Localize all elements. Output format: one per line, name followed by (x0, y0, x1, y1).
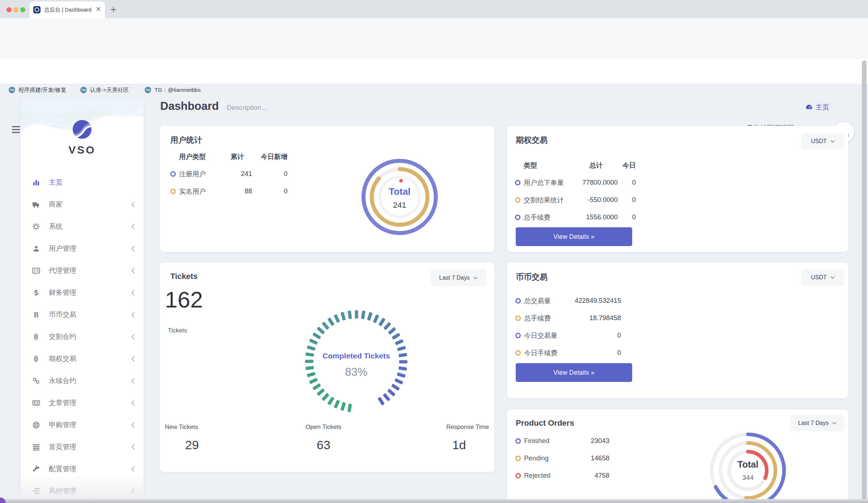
sidebar-item-home[interactable]: 主页 (21, 171, 144, 193)
chevron-left-icon (131, 245, 135, 252)
spot-table: 总交易量 422849.532415 总手续费 18.798458 今日交易量 … (515, 292, 621, 361)
sidebar-item-users[interactable]: 用户管理 (21, 237, 144, 259)
chevron-down-icon (832, 422, 837, 425)
svg-text:B: B (34, 310, 38, 318)
table-row: Pending 14658 (515, 450, 609, 467)
life-ring-icon (32, 421, 41, 429)
legend-ring-gold (515, 350, 521, 356)
card-title: 期权交易 (516, 135, 548, 146)
chevron-left-icon (131, 444, 135, 450)
chevron-left-icon (131, 289, 135, 296)
svg-text:Total: Total (737, 459, 758, 469)
date-range-select[interactable]: Last 7 Days (790, 415, 844, 431)
sidebar-menu: 主页 商家 系统 用户管理 代理管理 (21, 171, 144, 502)
sidebar-toggle-icon[interactable] (12, 126, 20, 133)
chevron-down-icon (830, 140, 835, 143)
newspaper-icon (32, 399, 41, 407)
macos-zoom-button[interactable] (20, 7, 25, 12)
card-title: 用户统计 (170, 135, 202, 146)
table-row: Finished 23043 (515, 432, 609, 450)
sidebar-item-subscription[interactable]: 申购管理 (21, 414, 144, 436)
table-row: 交割结果统计 -550.0000 0 (515, 191, 636, 208)
sidebar-item-options-trading[interactable]: B 期权交易 (21, 348, 144, 370)
sidebar-item-spot-trading[interactable]: B 币币交易 (21, 304, 144, 326)
page-subtitle: Description... (227, 104, 267, 112)
chevron-down-icon (830, 276, 835, 279)
tickets-count: 162 (165, 287, 203, 313)
table-row: 注册用户 241 0 (170, 165, 288, 182)
sidebar-item-perpetual-contract[interactable]: 永续合约 (21, 370, 144, 392)
sidebar-item-delivery-contract[interactable]: B 交割合约 (21, 326, 144, 348)
macos-close-button[interactable] (7, 7, 12, 12)
table-row: 实名用户 88 0 (170, 182, 288, 200)
chain-link-icon (32, 377, 41, 385)
app-header: 天美社区源码网timibbs.net Online Tm 天美社区 (0, 59, 868, 84)
table-row: 总手续费 18.798458 (515, 309, 621, 327)
view-details-button[interactable]: View Details » (516, 363, 632, 382)
chevron-left-icon (131, 400, 135, 406)
user-stats-donut-chart: Total241 (356, 154, 443, 240)
legend-ring-blue (515, 333, 521, 338)
page-title-row: Dashboard Description... (160, 100, 267, 113)
sidebar-item-merchant[interactable]: 商家 (21, 193, 144, 215)
sidebar-item-finance[interactable]: $ 财务管理 (21, 281, 144, 304)
legend-ring-blue (515, 215, 520, 220)
bookmarks-bar: Tm 程序搭建/开发/修复 Tm 认准->天美社区 Tm TG：@tianmei… (0, 40, 868, 59)
svg-text:344: 344 (742, 474, 754, 481)
currency-select[interactable]: USDT (801, 269, 844, 285)
breadcrumb-home-link[interactable]: 主页 (805, 103, 829, 112)
tab-title: 总后台 | Dashboard (44, 3, 93, 17)
bookmark-item[interactable]: Tm TG：@tianmeibbs (145, 84, 201, 96)
table-row: 总手续费 1556.0000 0 (515, 208, 636, 226)
sidebar-item-system[interactable]: 系统 (21, 215, 144, 237)
spot-trading-card: 币币交易 USDT 总交易量 422849.532415 总手续费 18.798… (507, 263, 848, 398)
legend-ring-blue (515, 298, 521, 304)
bookmark-favicon: Tm (80, 87, 87, 93)
bookmark-item[interactable]: Tm 程序搭建/开发/修复 (9, 84, 67, 96)
chevron-down-icon (473, 276, 478, 279)
legend-ring-gold (515, 197, 520, 203)
chevron-left-icon (131, 201, 135, 208)
bitcoin-icon: B (32, 354, 41, 363)
card-title: 币币交易 (516, 272, 548, 283)
legend-ring-gold (515, 456, 521, 461)
bookmark-item[interactable]: Tm 认准->天美社区 (80, 84, 129, 96)
chevron-left-icon (131, 223, 135, 230)
dollar-icon: $ (32, 288, 41, 297)
bookmark-favicon: Tm (9, 87, 15, 93)
page-scrollbar[interactable] (862, 60, 867, 501)
svg-text:Completed Tickets: Completed Tickets (323, 352, 390, 360)
card-title: Product Orders (516, 418, 574, 428)
chevron-left-icon (131, 311, 135, 318)
app-logo-icon (71, 118, 94, 141)
legend-ring-gold (170, 189, 176, 194)
currency-select[interactable]: USDT (801, 133, 844, 149)
view-details-button[interactable]: View Details » (516, 227, 632, 246)
app-logo-text: VSO (21, 144, 144, 156)
sidebar-item-agents[interactable]: 代理管理 (21, 259, 144, 281)
product-orders-card: Product Orders Last 7 Days Finished 2304… (507, 409, 848, 503)
card-title: Tickets (170, 272, 197, 281)
stat-new-tickets: New Tickets 29 (165, 424, 219, 452)
svg-text:B: B (34, 355, 38, 362)
table-row: 今日交易量 0 (515, 327, 621, 344)
chevron-left-icon (131, 378, 135, 384)
table-header: 用户类型 累计 今日新增 (170, 148, 288, 165)
browser-tab-strip: 总后台 | Dashboard (0, 0, 868, 18)
options-table: 类型 总计 今日 用户总下单量 77800.0000 0 交割结果统计 -550… (515, 156, 636, 226)
date-range-select[interactable]: Last 7 Days (430, 269, 486, 286)
user-stats-card: 用户统计 用户类型 累计 今日新增 注册用户 241 0 实名用户 88 0 T… (160, 126, 494, 252)
tab-close-icon[interactable] (96, 7, 101, 11)
new-tab-icon[interactable] (111, 7, 116, 12)
macos-minimize-button[interactable] (13, 7, 18, 12)
sidebar-item-homepage[interactable]: 首页管理 (21, 436, 144, 458)
sidebar-item-articles[interactable]: 文章管理 (21, 392, 144, 414)
truck-icon (32, 200, 41, 209)
chevron-left-icon (131, 422, 135, 428)
stat-response-time: Response Time 1d (429, 424, 489, 452)
completed-tickets-gauge-chart: Completed Tickets83% (302, 307, 410, 416)
chevron-left-icon (131, 356, 135, 362)
tickets-card: Tickets Last 7 Days 162 Tickets Complete… (160, 263, 494, 472)
svg-text:83%: 83% (345, 366, 367, 378)
bookmark-favicon: Tm (145, 87, 151, 93)
